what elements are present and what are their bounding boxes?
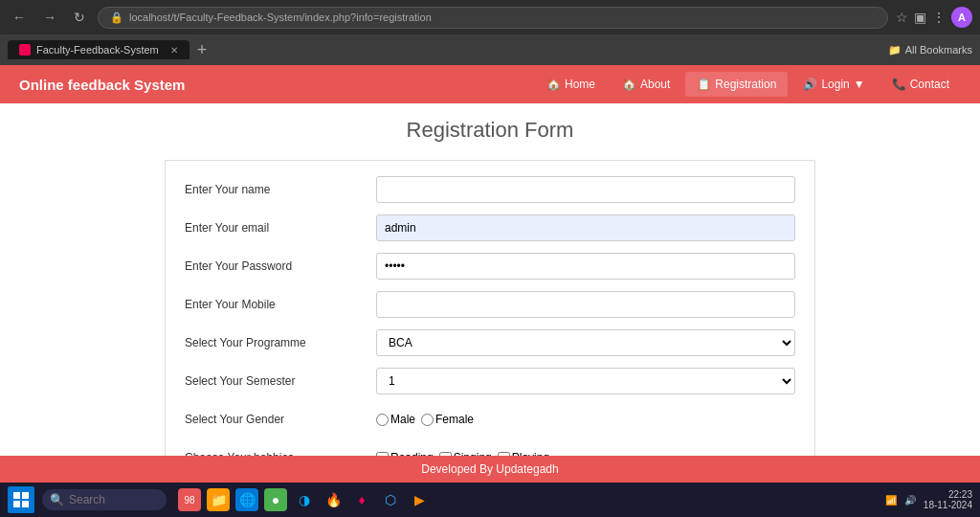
home-icon: 🏠 xyxy=(546,78,561,91)
login-icon: 🔊 xyxy=(803,78,817,91)
name-input[interactable] xyxy=(376,176,795,203)
contact-icon: 📞 xyxy=(892,78,906,91)
start-button[interactable] xyxy=(8,486,34,513)
date-display: 18-11-2024 xyxy=(924,500,972,510)
new-tab-button[interactable]: + xyxy=(197,40,208,60)
semester-select[interactable]: 1 2 3 4 5 6 xyxy=(376,368,795,394)
hobbies-row: Choose Your hobbies Reading Singing Play… xyxy=(185,443,795,456)
active-tab[interactable]: Faculty-Feedback-System ✕ xyxy=(8,40,189,59)
footer: Developed By Updategadh xyxy=(0,456,980,483)
page-title: Registration Form xyxy=(0,118,980,143)
back-button[interactable]: ← xyxy=(8,8,31,27)
login-dropdown-icon: ▼ xyxy=(854,78,865,91)
forward-button[interactable]: → xyxy=(38,8,61,27)
gender-group: Male Female xyxy=(376,413,474,426)
gender-female-label[interactable]: Female xyxy=(421,413,474,426)
taskbar-icon-1[interactable]: 98 xyxy=(178,488,201,511)
semester-label: Select Your Semester xyxy=(185,374,376,388)
volume-icon: 🔊 xyxy=(904,495,916,506)
refresh-button[interactable]: ↻ xyxy=(69,8,90,27)
windows-icon xyxy=(13,492,29,507)
menu-icon[interactable]: ⋮ xyxy=(932,10,946,25)
svg-rect-2 xyxy=(13,501,20,507)
password-row: Enter Your Password xyxy=(185,252,795,281)
network-icon: 📶 xyxy=(885,495,897,506)
taskbar-search-wrapper: 🔍 xyxy=(42,489,167,510)
svg-rect-0 xyxy=(13,492,20,499)
taskbar-time: 22:23 18-11-2024 xyxy=(924,489,972,510)
profile-avatar[interactable]: A xyxy=(951,7,972,28)
tab-title: Faculty-Feedback-System xyxy=(36,44,159,56)
registration-icon: 📋 xyxy=(697,78,711,91)
secure-icon: 🔒 xyxy=(110,11,123,24)
main-content: Registration Form Enter Your name Enter … xyxy=(0,103,980,456)
password-label: Enter Your Password xyxy=(185,259,376,273)
browser-chrome: ← → ↻ 🔒 localhost/t/Faculty-Feedback-Sys… xyxy=(0,0,980,34)
time-display: 22:23 xyxy=(924,489,972,500)
address-bar[interactable]: 🔒 localhost/t/Faculty-Feedback-System/in… xyxy=(98,7,888,29)
name-label: Enter Your name xyxy=(185,183,376,196)
nav-contact[interactable]: 📞 Contact xyxy=(880,72,961,97)
taskbar-icon-8[interactable]: ⬡ xyxy=(379,488,402,511)
gender-label: Select Your Gender xyxy=(185,413,376,426)
taskbar-icon-9[interactable]: ▶ xyxy=(408,488,431,511)
mobile-input[interactable] xyxy=(376,291,795,318)
mobile-label: Enter Your Mobile xyxy=(185,298,376,311)
mobile-row: Enter Your Mobile xyxy=(185,290,795,319)
nav-bar: Online feedback System 🏠 Home 🏠 About 📋 … xyxy=(0,65,980,103)
svg-rect-1 xyxy=(22,492,29,499)
taskbar: 🔍 98 📁 🌐 ● ◑ 🔥 ♦ ⬡ ▶ 📶 🔊 22:23 18-11-202… xyxy=(0,483,980,517)
bookmark-star-icon[interactable]: ☆ xyxy=(896,10,908,25)
extensions-icon[interactable]: ▣ xyxy=(914,10,926,25)
about-icon: 🏠 xyxy=(622,78,636,91)
gender-female-radio[interactable] xyxy=(421,414,434,426)
gender-male-radio[interactable] xyxy=(376,414,389,426)
programme-select[interactable]: BCA BBA BSC MCA MBA xyxy=(376,329,795,356)
nav-login[interactable]: 🔊 Login ▼ xyxy=(791,72,876,97)
programme-row: Select Your Programme BCA BBA BSC MCA MB… xyxy=(185,328,795,357)
bookmarks-area: 📁 All Bookmarks xyxy=(888,44,972,56)
taskbar-sys-tray: 📶 🔊 22:23 18-11-2024 xyxy=(885,489,972,510)
taskbar-icon-5[interactable]: ◑ xyxy=(293,488,316,511)
nav-registration[interactable]: 📋 Registration xyxy=(685,72,788,97)
tab-bar: Faculty-Feedback-System ✕ + 📁 All Bookma… xyxy=(0,34,980,65)
taskbar-icon-7[interactable]: ♦ xyxy=(350,488,373,511)
email-input[interactable] xyxy=(376,214,795,241)
registration-form: Enter Your name Enter Your email Enter Y… xyxy=(165,160,815,456)
nav-links: 🏠 Home 🏠 About 📋 Registration 🔊 Login ▼ … xyxy=(535,72,961,97)
programme-label: Select Your Programme xyxy=(185,336,376,349)
taskbar-icon-3[interactable]: 🌐 xyxy=(235,488,258,511)
url-text: localhost/t/Faculty-Feedback-System/inde… xyxy=(129,11,432,23)
tab-close-icon[interactable]: ✕ xyxy=(170,45,178,56)
taskbar-app-icons: 98 📁 🌐 ● ◑ 🔥 ♦ ⬡ ▶ xyxy=(178,488,431,511)
bookmarks-label: All Bookmarks xyxy=(905,44,972,56)
email-label: Enter Your email xyxy=(185,221,376,235)
nav-brand: Online feedback System xyxy=(19,77,185,93)
taskbar-search-icon: 🔍 xyxy=(50,493,64,506)
browser-actions: ☆ ▣ ⋮ A xyxy=(896,7,972,28)
footer-text: Developed By Updategadh xyxy=(421,462,558,476)
taskbar-icon-4[interactable]: ● xyxy=(264,488,287,511)
svg-rect-3 xyxy=(22,501,29,507)
nav-about[interactable]: 🏠 About xyxy=(611,72,681,97)
gender-row: Select Your Gender Male Female xyxy=(185,405,795,434)
taskbar-icon-2[interactable]: 📁 xyxy=(207,488,230,511)
nav-home[interactable]: 🏠 Home xyxy=(535,72,607,97)
bookmarks-icon: 📁 xyxy=(888,44,902,56)
tab-favicon xyxy=(19,44,31,56)
gender-male-label[interactable]: Male xyxy=(376,413,415,426)
email-row: Enter Your email xyxy=(185,214,795,242)
name-row: Enter Your name xyxy=(185,175,795,204)
semester-row: Select Your Semester 1 2 3 4 5 6 xyxy=(185,367,795,395)
password-input[interactable] xyxy=(376,253,795,280)
taskbar-icon-6[interactable]: 🔥 xyxy=(322,488,345,511)
